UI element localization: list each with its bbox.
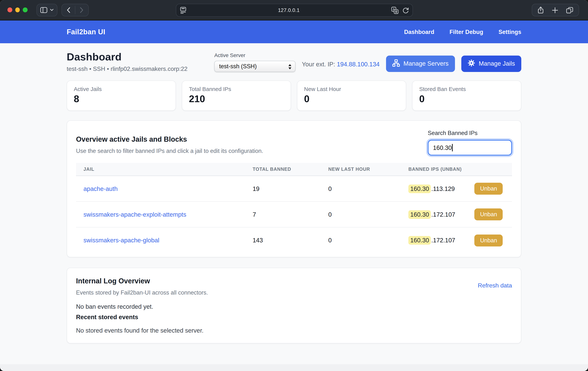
log-title: Internal Log Overview — [76, 277, 208, 285]
text-caret — [452, 144, 453, 151]
total-banned-value: 19 — [245, 185, 321, 192]
stat-card-total-banned: Total Banned IPs 210 — [182, 81, 291, 111]
stat-label: New Last Hour — [304, 86, 399, 92]
manage-servers-label: Manage Servers — [403, 60, 449, 67]
translate-icon[interactable]: A — [391, 7, 399, 14]
forward-button[interactable] — [80, 7, 83, 13]
browser-window: 127.0.0.1 A — [0, 0, 588, 371]
no-ban-events-text: No ban events recorded yet. — [76, 303, 512, 310]
page-content: Dashboard test-ssh • SSH • rlinfp02.swis… — [0, 43, 588, 371]
external-ip-value[interactable]: 194.88.100.134 — [337, 61, 379, 67]
internal-log-card: Internal Log Overview Events stored by F… — [67, 268, 521, 343]
new-last-hour-value: 0 — [321, 211, 401, 218]
active-server-select[interactable]: test-ssh (SSH) — [214, 61, 295, 72]
close-window-button[interactable] — [8, 8, 12, 12]
page-title: Dashboard — [67, 51, 188, 63]
no-stored-events-text: No stored events found for the selected … — [76, 327, 512, 334]
select-stepper-icon — [288, 64, 292, 70]
ip-highlight: 160.30 — [408, 236, 431, 245]
window-controls — [8, 8, 27, 12]
toolbar-actions — [532, 4, 579, 16]
stat-value: 0 — [419, 93, 514, 105]
sidebar-icon — [40, 7, 47, 13]
new-last-hour-value: 0 — [321, 237, 401, 244]
column-header-new-last-hour: NEW LAST HOUR — [321, 167, 401, 172]
minimize-window-button[interactable] — [15, 8, 20, 12]
zoom-window-button[interactable] — [23, 8, 27, 12]
ip-rest: .113.129 — [431, 185, 455, 192]
sidebar-toggle-button[interactable] — [36, 3, 57, 16]
stat-value: 0 — [304, 93, 399, 105]
overview-subtitle: Use the search to filter banned IPs and … — [76, 148, 263, 154]
stat-cards: Active Jails 8 Total Banned IPs 210 New … — [67, 81, 521, 111]
active-server-value: test-ssh (SSH) — [219, 63, 257, 70]
new-tab-icon[interactable] — [552, 7, 558, 13]
stat-label: Stored Ban Events — [419, 86, 514, 92]
unban-button[interactable]: Unban — [474, 234, 503, 246]
ip-highlight: 160.30 — [408, 184, 431, 193]
sitemap-icon — [392, 59, 400, 68]
stat-card-stored-ban-events: Stored Ban Events 0 — [412, 81, 521, 111]
jail-link[interactable]: swissmakers-apache-exploit-attempts — [84, 211, 186, 218]
reload-icon[interactable] — [402, 7, 409, 14]
jail-link[interactable]: swissmakers-apache-global — [84, 237, 159, 243]
search-label: Search Banned IPs — [428, 130, 512, 136]
gear-icon — [468, 59, 475, 68]
nav-link-dashboard[interactable]: Dashboard — [404, 29, 434, 35]
search-input[interactable]: 160.30 — [428, 140, 512, 155]
unban-button[interactable]: Unban — [474, 208, 503, 220]
table-row: apache-auth 19 0 160.30 .113.129 Unban — [76, 176, 512, 202]
overview-title: Overview active Jails and Blocks — [76, 135, 263, 143]
stat-card-active-jails: Active Jails 8 — [67, 81, 176, 111]
back-button[interactable] — [66, 7, 70, 13]
recent-stored-events-title: Recent stored events — [76, 314, 512, 321]
stat-value: 8 — [74, 93, 169, 105]
table-row: swissmakers-apache-global 143 0 160.30 .… — [76, 228, 512, 253]
jails-overview-card: Overview active Jails and Blocks Use the… — [67, 120, 521, 257]
nav-link-settings[interactable]: Settings — [499, 29, 521, 35]
search-value: 160.30 — [433, 144, 452, 151]
manage-servers-button[interactable]: Manage Servers — [386, 55, 455, 72]
app-navbar: Fail2ban UI Dashboard Filter Debug Setti… — [0, 21, 588, 43]
column-header-total-banned: TOTAL BANNED — [245, 167, 321, 172]
share-icon[interactable] — [537, 6, 544, 14]
nav-links: Dashboard Filter Debug Settings — [404, 29, 521, 35]
external-ip: Your ext. IP: 194.88.100.134 — [302, 61, 379, 68]
page-bottom-strip — [0, 364, 588, 371]
browser-titlebar: 127.0.0.1 A — [0, 0, 588, 21]
server-summary: test-ssh • SSH • rlinfp02.swissmakers.co… — [67, 66, 188, 72]
nav-link-filter-debug[interactable]: Filter Debug — [450, 29, 483, 35]
column-header-banned-ips: BANNED IPS (UNBAN) — [401, 167, 512, 172]
url-text: 127.0.0.1 — [186, 8, 391, 13]
tab-overview-icon[interactable] — [566, 7, 573, 14]
divider — [75, 6, 75, 14]
new-last-hour-value: 0 — [321, 185, 401, 192]
stat-value: 210 — [189, 93, 284, 105]
table-row: swissmakers-apache-exploit-attempts 7 0 … — [76, 202, 512, 228]
chevron-down-icon — [50, 9, 53, 11]
stat-label: Active Jails — [74, 86, 169, 92]
column-header-jail: JAIL — [76, 167, 245, 172]
external-ip-label: Your ext. IP: — [302, 61, 335, 67]
table-header-row: JAIL TOTAL BANNED NEW LAST HOUR BANNED I… — [76, 163, 512, 176]
total-banned-value: 7 — [245, 211, 321, 218]
manage-jails-button[interactable]: Manage Jails — [461, 55, 521, 72]
address-bar[interactable]: 127.0.0.1 A — [176, 4, 413, 17]
total-banned-value: 143 — [245, 237, 321, 244]
refresh-data-link[interactable]: Refresh data — [478, 282, 512, 289]
log-subtitle: Events stored by Fail2ban-UI across all … — [76, 289, 208, 296]
active-server-label: Active Server — [214, 52, 295, 58]
ip-rest: .172.107 — [431, 237, 455, 244]
ip-rest: .172.107 — [431, 211, 455, 218]
stat-label: Total Banned IPs — [189, 86, 284, 92]
jails-table: JAIL TOTAL BANNED NEW LAST HOUR BANNED I… — [76, 163, 512, 253]
page-settings-icon[interactable] — [180, 7, 186, 14]
jail-link[interactable]: apache-auth — [84, 185, 118, 192]
history-navigation — [61, 3, 88, 16]
stat-card-new-last-hour: New Last Hour 0 — [297, 81, 406, 111]
manage-jails-label: Manage Jails — [479, 60, 515, 67]
unban-button[interactable]: Unban — [474, 183, 503, 195]
brand-link[interactable]: Fail2ban UI — [67, 28, 105, 36]
ip-highlight: 160.30 — [408, 210, 431, 219]
page-header: Dashboard test-ssh • SSH • rlinfp02.swis… — [67, 43, 521, 72]
